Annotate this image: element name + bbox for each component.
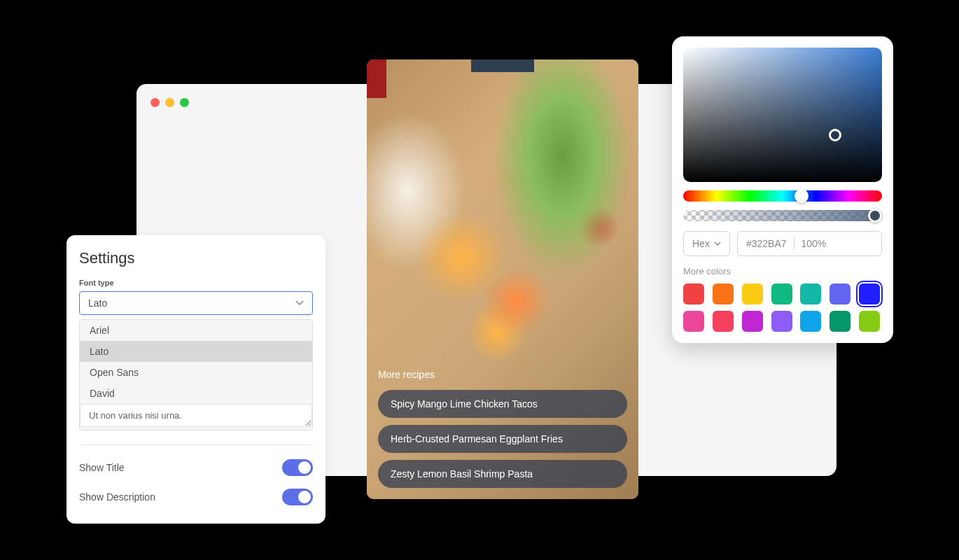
toggle-knob [298, 491, 311, 503]
font-dropdown: Ariel Lato Open Sans David [79, 319, 313, 430]
font-select-value: Lato [88, 298, 107, 309]
color-swatch[interactable] [683, 284, 704, 304]
description-textarea[interactable] [80, 404, 312, 427]
close-window-icon[interactable] [150, 98, 160, 107]
hue-slider-cursor[interactable] [794, 189, 808, 203]
font-option-david[interactable]: David [80, 383, 312, 404]
color-inputs-row: Hex #322BA7 100% [683, 231, 882, 256]
color-swatch[interactable] [859, 311, 880, 332]
hex-value-input[interactable]: #322BA7 100% [737, 231, 882, 256]
color-mode-value: Hex [692, 238, 710, 249]
color-swatch[interactable] [713, 311, 734, 332]
recipe-preview-panel: More recipes Spicy Mango Lime Chicken Ta… [367, 59, 638, 499]
font-option-lato[interactable]: Lato [80, 341, 312, 362]
color-mode-select[interactable]: Hex [683, 231, 730, 256]
alpha-slider[interactable] [683, 210, 882, 221]
recipe-item[interactable]: Zesty Lemon Basil Shrimp Pasta [378, 460, 627, 488]
recipe-item[interactable]: Herb-Crusted Parmesan Eggplant Fries [378, 425, 627, 453]
color-swatch[interactable] [713, 284, 734, 304]
chevron-down-icon [714, 241, 721, 246]
gradient-cursor[interactable] [829, 129, 841, 141]
toggle-row-show-title: Show Title [79, 459, 313, 476]
color-picker-panel: Hex #322BA7 100% More colors [672, 36, 893, 343]
color-swatch-selected[interactable] [859, 284, 880, 304]
window-controls [150, 98, 189, 107]
font-option-ariel[interactable]: Ariel [80, 320, 312, 341]
hue-slider[interactable] [683, 190, 882, 202]
toggle-knob [298, 461, 311, 474]
hex-value: #322BA7 [746, 238, 787, 249]
color-swatch[interactable] [830, 311, 850, 332]
chevron-down-icon [295, 300, 304, 306]
color-gradient-area[interactable] [683, 48, 882, 182]
opacity-value: 100% [802, 238, 827, 249]
color-swatch[interactable] [830, 284, 850, 304]
recipe-overlay: More recipes Spicy Mango Lime Chicken Ta… [367, 358, 638, 499]
show-title-label: Show Title [79, 462, 125, 473]
settings-panel: Settings Font type Lato Ariel Lato Open … [66, 235, 326, 524]
swatch-grid [683, 284, 882, 332]
more-recipes-heading: More recipes [378, 369, 627, 380]
color-swatch[interactable] [742, 311, 763, 332]
font-option-open-sans[interactable]: Open Sans [80, 362, 312, 383]
alpha-slider-cursor[interactable] [868, 209, 882, 223]
hex-opacity-divider [794, 237, 794, 250]
recipe-corner-accent [367, 59, 386, 98]
show-title-toggle[interactable] [282, 459, 313, 476]
minimize-window-icon[interactable] [165, 98, 174, 107]
show-description-label: Show Description [79, 491, 155, 503]
font-select[interactable]: Lato [79, 291, 313, 315]
show-description-toggle[interactable] [282, 489, 313, 505]
color-swatch[interactable] [800, 284, 821, 304]
divider [79, 444, 313, 445]
recipe-top-notch [471, 59, 534, 72]
color-swatch[interactable] [800, 311, 821, 332]
recipe-item[interactable]: Spicy Mango Lime Chicken Tacos [378, 390, 627, 418]
maximize-window-icon[interactable] [180, 98, 189, 107]
color-swatch[interactable] [742, 284, 763, 304]
settings-title: Settings [79, 249, 313, 267]
color-swatch[interactable] [771, 311, 792, 332]
color-swatch[interactable] [771, 284, 792, 304]
more-colors-label: More colors [683, 266, 882, 276]
toggle-row-show-description: Show Description [79, 489, 313, 505]
font-type-label: Font type [79, 279, 313, 287]
color-swatch[interactable] [683, 311, 704, 332]
